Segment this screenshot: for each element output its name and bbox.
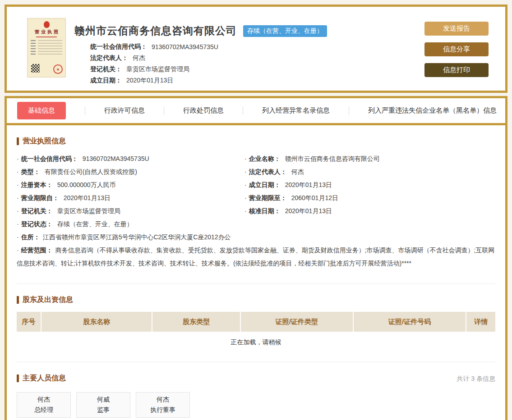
company-header-card: 营业执照 ★ 赣州市云佰商务信息咨询有限公司 存续（在营、开业、在册） 统一社会… (5, 5, 507, 93)
summary-field-registry: 登记机关： 章贡区市场监督管理局 (90, 64, 218, 75)
person-name: 何杰 (157, 396, 169, 404)
tab-blacklist[interactable]: 列入严重违法失信企业名单（黑名单）信息 (368, 106, 497, 115)
person-card[interactable]: 何杰 总经理 (17, 392, 71, 418)
tab-divider (349, 107, 349, 115)
tab-divider (243, 107, 243, 115)
person-role: 监事 (97, 406, 110, 414)
personnel-list: 何杰 总经理 何威 监事 何杰 执行董事 (17, 392, 495, 418)
section-bar-icon (17, 296, 19, 304)
shareholders-table: 序号 股东名称 股东类型 证照/证件类型 证照/证件号码 详情 正在加载，请稍候 (17, 312, 495, 347)
section-title: 主要人员信息 (23, 374, 66, 383)
person-card[interactable]: 何威 监事 (76, 392, 130, 418)
section-bar-icon (17, 374, 19, 382)
field-term-from: ·营业期限自：2020年01月13日 (17, 192, 244, 205)
field-term-to: ·营业期限至：2060年01月12日 (244, 192, 495, 205)
tab-admin-license[interactable]: 行政许可信息 (104, 106, 145, 115)
shareholders-section-header: 股东及出资信息 (17, 295, 495, 305)
section-divider (17, 283, 495, 284)
license-info-section-header: 营业执照信息 (17, 137, 495, 146)
company-summary-fields: 统一社会信用代码： 91360702MA3945735U 法定代表人： 何杰 登… (90, 41, 218, 86)
person-role: 执行董事 (150, 406, 175, 414)
main-card: 基础信息 行政许可信息 行政处罚信息 列入经营异常名录信息 列入严重违法失信企业… (5, 96, 507, 420)
license-subtitle-line (36, 37, 57, 37)
summary-field-legal-rep: 法定代表人： 何杰 (90, 52, 218, 64)
status-badge: 存续（在营、开业、在册） (243, 25, 327, 37)
column-header-certificate-type: 证照/证件类型 (241, 312, 354, 332)
person-name: 何威 (97, 396, 110, 404)
info-print-button[interactable]: 信息打印 (424, 63, 489, 77)
field-founded-date: ·成立日期：2020年01月13日 (244, 178, 495, 192)
shareholders-table-header: 序号 股东名称 股东类型 证照/证件类型 证照/证件号码 详情 (17, 312, 495, 332)
license-title: 营业执照 (28, 29, 65, 35)
column-header-shareholder-name: 股东名称 (42, 312, 152, 332)
personnel-section-header: 主要人员信息 (17, 374, 66, 383)
tab-basic-info[interactable]: 基础信息 (17, 102, 66, 119)
tab-abnormal-operations[interactable]: 列入经营异常名录信息 (262, 106, 330, 115)
field-legal-rep: ·法定代表人：何杰 (244, 165, 495, 178)
summary-field-founded-date: 成立日期： 2020年01月13日 (90, 75, 218, 86)
field-address: ·住所：江西省赣州市章贡区琴江路5号华润中心C2区华润大厦C座2012办公 (17, 231, 495, 244)
section-bar-icon (17, 137, 19, 145)
person-role: 总经理 (34, 406, 53, 414)
field-company-name: ·企业名称：赣州市云佰商务信息咨询有限公司 (244, 152, 495, 165)
field-registered-capital: ·注册资本：500.000000万人民币 (17, 178, 244, 192)
send-report-button[interactable]: 发送报告 (424, 22, 489, 36)
company-name: 赣州市云佰商务信息咨询有限公司 (74, 24, 237, 38)
license-qr-code-icon (31, 64, 40, 73)
license-red-seal-icon: ★ (53, 64, 63, 74)
person-card[interactable]: 何杰 执行董事 (136, 392, 190, 418)
column-header-index: 序号 (17, 312, 42, 332)
field-credit-code: ·统一社会信用代码：91360702MA3945735U (17, 152, 244, 165)
personnel-count-text: 共计 3 条信息 (457, 375, 495, 383)
field-business-scope: ·经营范围：商务信息咨询（不得从事吸收存款、集资收款、受托贷款、发放贷款等国家金… (17, 244, 495, 270)
field-company-type: ·类型：有限责任公司(自然人投资或控股) (17, 165, 244, 178)
field-registration-status: ·登记状态：存续（在营、开业、在册） (17, 218, 244, 231)
field-registry-authority: ·登记机关：章贡区市场监督管理局 (17, 205, 244, 218)
national-emblem-icon (44, 21, 50, 28)
tab-divider (85, 107, 85, 115)
tab-admin-penalty[interactable]: 行政处罚信息 (183, 106, 224, 115)
person-name: 何杰 (37, 396, 50, 404)
field-approval-date: ·核准日期：2020年01月13日 (244, 205, 495, 218)
tab-bar: 基础信息 行政许可信息 行政处罚信息 列入经营异常名录信息 列入严重违法失信企业… (7, 98, 505, 125)
loading-text: 正在加载，请稍候 (17, 338, 495, 347)
info-share-button[interactable]: 信息分享 (424, 42, 489, 56)
column-header-details: 详情 (466, 312, 495, 332)
section-title: 股东及出资信息 (23, 295, 73, 305)
business-license-image: 营业执照 ★ (27, 18, 66, 78)
tab-divider (164, 107, 164, 115)
section-title: 营业执照信息 (23, 137, 66, 146)
license-info-grid: ·统一社会信用代码：91360702MA3945735U ·企业名称：赣州市云佰… (17, 152, 495, 270)
column-header-shareholder-type: 股东类型 (152, 312, 240, 332)
column-header-certificate-number: 证照/证件号码 (354, 312, 466, 332)
summary-field-credit-code: 统一社会信用代码： 91360702MA3945735U (90, 41, 218, 52)
